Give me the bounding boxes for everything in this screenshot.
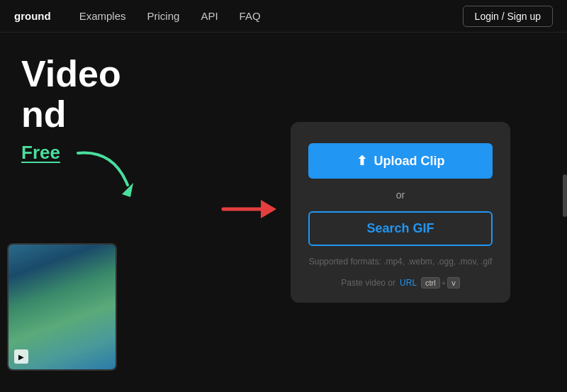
paste-row: Paste video or URL ctrl + v: [341, 277, 459, 289]
paste-label: Paste video or: [341, 278, 395, 288]
play-icon: ▶: [14, 349, 28, 364]
navbar: ground Examples Pricing API FAQ Login / …: [0, 0, 567, 33]
upload-clip-button[interactable]: ⬆ Upload Clip: [308, 143, 493, 179]
search-gif-button[interactable]: Search GIF: [308, 211, 493, 246]
upload-clip-label: Upload Clip: [374, 154, 445, 169]
upload-panel: ⬆ Upload Clip or Search GIF Supported fo…: [291, 122, 510, 303]
hero-title: Video nd: [21, 54, 220, 135]
login-button[interactable]: Login / Sign up: [463, 6, 553, 27]
v-key: v: [447, 277, 460, 289]
or-label: or: [396, 189, 405, 201]
hero-section: Video nd Free ▶ ⬆ Upload Clip: [0, 33, 567, 392]
nav-item-faq[interactable]: FAQ: [240, 10, 261, 22]
video-preview: ▶: [9, 245, 116, 369]
ctrl-key: ctrl: [421, 277, 440, 289]
red-arrow-icon: [220, 191, 284, 227]
video-thumbnail: ▶: [7, 243, 117, 371]
plus-separator: +: [442, 279, 446, 287]
paste-url-link[interactable]: URL: [400, 278, 417, 288]
supported-formats-text: Supported formats: .mp4, .webm, .ogg, .m…: [309, 257, 493, 267]
svg-marker-1: [261, 200, 276, 218]
upload-icon: ⬆: [357, 153, 367, 169]
hero-right: ⬆ Upload Clip or Search GIF Supported fo…: [234, 33, 567, 392]
keyboard-shortcut: ctrl + v: [421, 277, 460, 289]
nav-item-pricing[interactable]: Pricing: [147, 10, 180, 22]
nav-item-api[interactable]: API: [201, 10, 218, 22]
green-arrow-icon: [71, 146, 142, 203]
scrollbar[interactable]: [563, 174, 567, 217]
nav-item-examples[interactable]: Examples: [79, 10, 126, 22]
hero-title-line1: Video: [21, 53, 121, 94]
hero-left: Video nd Free ▶: [0, 33, 234, 392]
nav-brand[interactable]: ground: [14, 10, 51, 22]
hero-title-line2: nd: [21, 94, 67, 135]
